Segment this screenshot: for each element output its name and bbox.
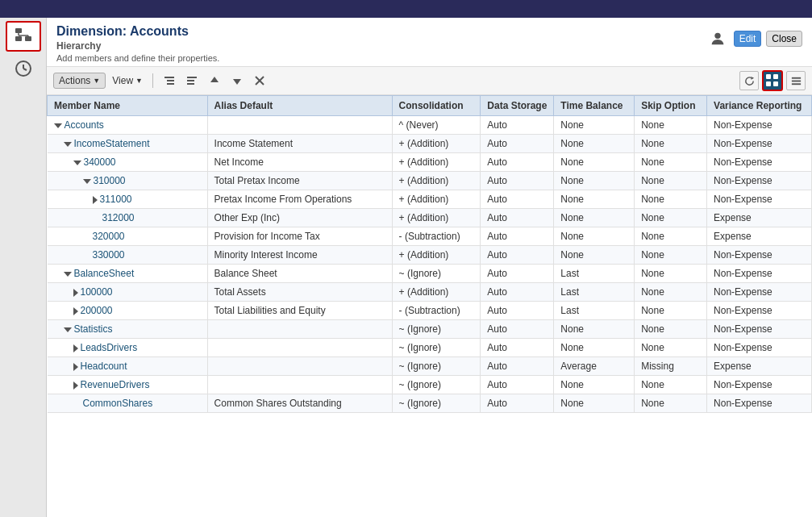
member-name-link[interactable]: Statistics: [74, 323, 113, 335]
cell-alias: Common Shares Outstanding: [207, 394, 392, 413]
refresh-button[interactable]: [739, 71, 759, 90]
cell-consolidation: + (Addition): [392, 209, 481, 227]
cell-time: None: [554, 172, 635, 190]
cell-skip: None: [635, 339, 707, 357]
sidebar-icon-hierarchy[interactable]: [6, 21, 41, 52]
member-name-link[interactable]: CommonShares: [83, 398, 153, 409]
cell-member-name[interactable]: Accounts: [48, 116, 208, 135]
col-header-variance: Variance Reporting: [707, 96, 812, 116]
cell-member-name[interactable]: 320000: [48, 227, 208, 246]
app-wrapper: Dimension: Accounts Hierarchy Add member…: [0, 0, 812, 517]
cell-member-name[interactable]: 200000: [48, 302, 208, 320]
member-name-link[interactable]: IncomeStatement: [74, 138, 150, 149]
edit-button[interactable]: Edit: [734, 31, 762, 47]
cell-skip: None: [635, 227, 707, 246]
cell-member-name[interactable]: RevenueDrivers: [48, 376, 208, 394]
table-row: Accounts^ (Never)AutoNoneNoneNon-Expense: [48, 116, 812, 135]
cell-time: Last: [554, 302, 635, 320]
table-container: Member Name Alias Default Consolidation …: [47, 95, 812, 517]
cell-time: None: [554, 135, 635, 153]
delete-icon: [253, 74, 266, 87]
grid-view-button[interactable]: [762, 70, 783, 91]
move-down-btn[interactable]: [227, 71, 247, 90]
member-name-link[interactable]: 320000: [93, 231, 125, 242]
toolbar-separator-1: [152, 73, 153, 88]
cell-consolidation: + (Addition): [392, 246, 481, 265]
cell-consolidation: ~ (Ignore): [392, 357, 481, 376]
member-name-link[interactable]: 330000: [93, 249, 125, 261]
cell-storage: Auto: [481, 265, 554, 283]
cell-variance: Non-Expense: [707, 246, 812, 265]
cell-variance: Non-Expense: [707, 153, 812, 172]
member-name-link[interactable]: 340000: [84, 156, 116, 168]
cell-consolidation: - (Subtraction): [392, 302, 481, 320]
cell-member-name[interactable]: 312000: [48, 209, 208, 227]
member-name-link[interactable]: 312000: [102, 212, 135, 223]
cell-skip: None: [635, 116, 707, 135]
cell-time: None: [554, 394, 635, 413]
actions-dropdown[interactable]: Actions ▼: [53, 73, 106, 89]
cell-member-name[interactable]: Headcount: [48, 357, 208, 376]
svg-rect-24: [773, 81, 778, 86]
indent-btn[interactable]: [160, 71, 179, 90]
cell-storage: Auto: [481, 227, 554, 246]
cell-skip: None: [635, 246, 707, 265]
cell-member-name[interactable]: CommonShares: [48, 394, 208, 413]
member-name-link[interactable]: 310000: [94, 175, 126, 186]
cell-member-name[interactable]: 340000: [48, 153, 208, 172]
svg-marker-20: [751, 76, 754, 79]
user-icon: [706, 27, 729, 50]
cell-member-name[interactable]: 100000: [48, 283, 208, 302]
table-row: Headcount~ (Ignore)AutoAverageMissingExp…: [48, 357, 812, 376]
cell-time: None: [554, 227, 635, 246]
cell-alias: Pretax Income From Operations: [207, 190, 392, 209]
cell-variance: Expense: [707, 209, 812, 227]
cell-member-name[interactable]: 311000: [48, 190, 208, 209]
member-name-link[interactable]: LeadsDrivers: [81, 342, 138, 353]
member-name-link[interactable]: 200000: [81, 305, 113, 316]
table-row: 312000Other Exp (Inc)+ (Addition)AutoNon…: [48, 209, 812, 227]
cell-consolidation: + (Addition): [392, 172, 481, 190]
refresh-icon: [743, 75, 756, 87]
cell-alias: [207, 376, 392, 394]
cell-member-name[interactable]: Statistics: [48, 320, 208, 339]
cell-alias: Provision for Income Tax: [207, 227, 392, 246]
cell-member-name[interactable]: LeadsDrivers: [48, 339, 208, 357]
member-name-link[interactable]: 311000: [100, 194, 132, 205]
member-name-link[interactable]: RevenueDrivers: [81, 379, 150, 390]
move-up-btn[interactable]: [205, 71, 224, 90]
list-view-button[interactable]: [786, 71, 806, 90]
sidebar-icon-clock[interactable]: [6, 53, 41, 84]
svg-rect-0: [15, 28, 22, 33]
table-row: 100000Total Assets+ (Addition)AutoLastNo…: [48, 283, 812, 302]
view-dropdown[interactable]: View ▼: [109, 73, 146, 88]
cell-time: Last: [554, 265, 635, 283]
table-row: LeadsDrivers~ (Ignore)AutoNoneNoneNon-Ex…: [48, 339, 812, 357]
toolbar: Actions ▼ View ▼: [47, 67, 812, 95]
cell-member-name[interactable]: 310000: [48, 172, 208, 190]
cell-storage: Auto: [481, 172, 554, 190]
cell-consolidation: + (Addition): [392, 135, 481, 153]
cell-time: None: [554, 153, 635, 172]
table-row: BalanceSheetBalance Sheet~ (Ignore)AutoL…: [48, 265, 812, 283]
delete-btn[interactable]: [250, 71, 269, 90]
cell-time: None: [554, 339, 635, 357]
member-name-link[interactable]: Accounts: [65, 119, 104, 131]
outdent-btn[interactable]: [182, 71, 202, 90]
cell-member-name[interactable]: IncomeStatement: [48, 135, 208, 153]
cell-variance: Non-Expense: [707, 376, 812, 394]
col-header-storage: Data Storage: [481, 96, 554, 116]
member-name-link[interactable]: BalanceSheet: [74, 268, 135, 279]
member-name-link[interactable]: 100000: [81, 286, 113, 298]
cell-alias: Total Pretax Income: [207, 172, 392, 190]
svg-rect-26: [791, 80, 800, 81]
cell-member-name[interactable]: BalanceSheet: [48, 265, 208, 283]
move-down-icon: [231, 74, 244, 87]
col-header-consolidation: Consolidation: [392, 96, 481, 116]
grid-icon: [765, 73, 780, 88]
close-button[interactable]: Close: [766, 31, 802, 47]
page-title: Dimension: Accounts: [56, 24, 219, 39]
member-name-link[interactable]: Headcount: [81, 361, 127, 372]
svg-rect-10: [164, 77, 174, 78]
cell-member-name[interactable]: 330000: [48, 246, 208, 265]
